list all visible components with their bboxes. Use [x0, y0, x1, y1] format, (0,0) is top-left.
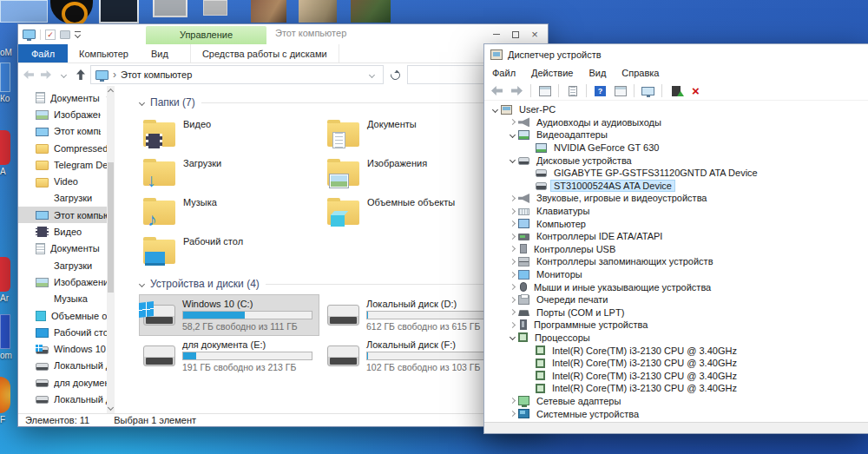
address-dropdown-button[interactable]: [365, 73, 378, 77]
customize-qat-button[interactable]: [75, 31, 81, 37]
device-tree-row[interactable]: Системные устройства: [484, 407, 868, 420]
device-tree-row[interactable]: Мониторы: [484, 268, 868, 281]
device-tree-row[interactable]: Контроллеры запоминающих устройств: [484, 255, 868, 268]
uninstall-x-button[interactable]: ×: [687, 83, 704, 99]
menu-item-файл[interactable]: Файл: [484, 68, 523, 78]
sidebar-item[interactable]: Загрузки: [18, 257, 115, 273]
device-tree-row[interactable]: Intel(R) Core(TM) i3-2130 CPU @ 3.40GHz: [484, 369, 868, 382]
scan-hardware-monitor-button[interactable]: [640, 83, 656, 99]
menu-item-справка[interactable]: Справка: [614, 68, 667, 78]
sidebar-item[interactable]: Video: [18, 173, 115, 189]
folder-tile[interactable]: Рабочий стол: [140, 231, 324, 270]
sidebar-item[interactable]: Документы: [18, 240, 115, 257]
device-tree-row[interactable]: ST31000524AS ATA Device: [484, 180, 868, 193]
drives-group-header[interactable]: Устройства и диски (4): [140, 278, 542, 290]
sidebar-item[interactable]: Документы: [18, 89, 115, 106]
properties-qat-button[interactable]: ✓: [45, 30, 56, 40]
sidebar-item[interactable]: Музыка: [18, 291, 115, 307]
expand-chevron-icon[interactable]: [507, 120, 518, 124]
forward-arrow-button[interactable]: [509, 83, 525, 99]
ribbon-tab-файл[interactable]: Файл: [18, 44, 68, 63]
minimize-button[interactable]: [487, 24, 506, 44]
aimp-icon[interactable]: [50, 0, 93, 23]
expand-chevron-icon[interactable]: [507, 196, 518, 201]
menu-item-действие[interactable]: Действие: [523, 68, 581, 78]
sidebar-item[interactable]: Изображения: [18, 273, 115, 290]
properties-page-button[interactable]: [564, 83, 581, 99]
recent-locations-button[interactable]: [56, 73, 71, 77]
photo-thumbnail-1[interactable]: [153, 0, 187, 17]
folder-tile[interactable]: Документы: [324, 114, 508, 153]
expand-chevron-icon[interactable]: [507, 260, 518, 264]
folder-tile[interactable]: ↓ Загрузки: [140, 153, 324, 192]
collapse-group-icon[interactable]: [139, 280, 145, 286]
ribbon-tab-средства-работы-с-дисками[interactable]: Средства работы с дисками: [190, 44, 339, 63]
expand-chevron-icon[interactable]: [524, 171, 536, 175]
drive-tile[interactable]: Windows 10 (C:) 58,2 ГБ свободно из 111 …: [140, 295, 319, 335]
device-tree-row[interactable]: Контроллеры USB: [484, 243, 868, 256]
sidebar-item[interactable]: Видео: [18, 223, 115, 240]
device-tree-row[interactable]: Intel(R) Core(TM) i3-2130 CPU @ 3.40GHz: [484, 344, 868, 357]
folder-tile[interactable]: Изображения: [324, 153, 508, 192]
desktop-shortcut[interactable]: Ar: [0, 257, 14, 303]
collapse-group-icon[interactable]: [139, 99, 145, 105]
expand-chevron-icon[interactable]: [507, 323, 518, 327]
sidebar-item[interactable]: Изображени: [18, 106, 115, 122]
expand-chevron-icon[interactable]: [507, 247, 518, 251]
sidebar-item[interactable]: Compressed: [18, 140, 115, 156]
desktop-shortcut[interactable]: oM: [0, 48, 14, 57]
forward-button[interactable]: [38, 70, 54, 79]
device-tree-row[interactable]: Компьютер: [484, 217, 868, 230]
device-tree-row[interactable]: Контроллеры IDE ATA/ATAPI: [484, 230, 868, 243]
expand-chevron-icon[interactable]: [507, 133, 518, 137]
lightroom-icon[interactable]: [99, 0, 139, 23]
device-tree-row[interactable]: Процессоры: [484, 332, 868, 345]
desktop-shortcut[interactable]: Ко: [0, 63, 14, 103]
desktop-shortcut[interactable]: om: [0, 314, 14, 360]
expand-chevron-icon[interactable]: [524, 348, 536, 352]
device-tree-row[interactable]: NVIDIA GeForce GT 630: [484, 141, 868, 155]
sidebar-item[interactable]: Windows 10 (C:): [18, 340, 115, 357]
expand-chevron-icon[interactable]: [507, 234, 518, 239]
desktop-shortcut[interactable]: F: [0, 377, 14, 424]
expand-chevron-icon[interactable]: [507, 298, 518, 302]
expand-chevron-icon[interactable]: [524, 183, 536, 188]
device-tree-row[interactable]: Мыши и иные указывающие устройства: [484, 280, 868, 293]
expand-chevron-icon[interactable]: [507, 398, 518, 403]
sidebar-item[interactable]: Объемные объ: [18, 307, 115, 324]
drive-tile[interactable]: Локальный диск (F:) 102 ГБ свободно из 1…: [324, 336, 503, 376]
new-folder-qat-button[interactable]: [60, 30, 70, 39]
device-tree-row[interactable]: Клавиатуры: [484, 205, 868, 218]
folders-group-header[interactable]: Папки (7): [140, 96, 542, 109]
drive-tile[interactable]: для документа (E:) 191 ГБ свободно из 21…: [140, 336, 319, 376]
sidebar-item[interactable]: Локальный дис: [18, 358, 115, 374]
expand-chevron-icon[interactable]: [524, 386, 536, 391]
device-tree-row[interactable]: Порты (COM и LPT): [484, 306, 868, 319]
up-button[interactable]: [73, 70, 89, 79]
expand-chevron-icon[interactable]: [507, 285, 518, 289]
update-driver-button[interactable]: [667, 83, 684, 99]
device-tree-row[interactable]: Дисковые устройства: [484, 154, 868, 167]
ribbon-tab-компьютер[interactable]: Компьютер: [68, 44, 140, 63]
scroll-up-icon[interactable]: [108, 89, 114, 95]
ribbon-tab-вид[interactable]: Вид: [140, 44, 180, 63]
expand-chevron-icon[interactable]: [507, 158, 518, 162]
expand-chevron-icon[interactable]: [507, 209, 518, 214]
photo-thumbnail-3[interactable]: [251, 0, 286, 23]
contextual-tab-group[interactable]: Управление: [146, 26, 266, 44]
drive-tile[interactable]: Локальный диск (D:) 612 ГБ свободно из 6…: [324, 295, 503, 335]
folder-tile[interactable]: ♪ Музыка: [140, 192, 324, 231]
folder-tile[interactable]: Видео: [140, 114, 324, 153]
close-button[interactable]: ×: [525, 24, 544, 44]
photo-thumbnail-2[interactable]: [203, 0, 227, 16]
expand-chevron-icon[interactable]: [490, 108, 501, 112]
expand-chevron-icon[interactable]: [507, 273, 518, 277]
sidebar-item[interactable]: для документа (: [18, 374, 115, 391]
maximize-button[interactable]: [506, 24, 525, 44]
device-tree-row[interactable]: Аудиовходы и аудиовыходы: [484, 116, 868, 129]
expand-chevron-icon[interactable]: [524, 361, 536, 365]
device-tree-row[interactable]: Сетевые адаптеры: [484, 395, 868, 408]
menu-item-вид[interactable]: Вид: [581, 68, 614, 78]
console-window-button[interactable]: [536, 83, 553, 99]
sidebar-item[interactable]: Загрузки: [18, 190, 115, 207]
